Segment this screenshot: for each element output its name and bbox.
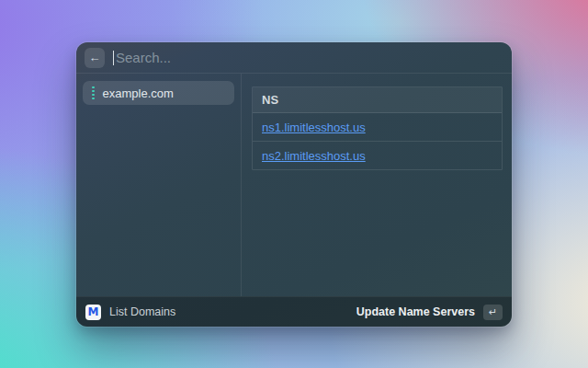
search-placeholder: Search... — [116, 50, 171, 65]
arrow-left-icon: ← — [89, 52, 101, 63]
domain-list-sidebar: example.com — [76, 74, 241, 296]
grip-icon — [92, 86, 95, 100]
command-title: List Domains — [109, 305, 175, 318]
detail-panel: NS ns1.limitlesshost.us ns2.limitlesshos… — [242, 74, 512, 296]
enter-keycap: ↵ — [483, 305, 503, 320]
sidebar-item-domain[interactable]: example.com — [83, 81, 234, 105]
primary-action-button[interactable]: Update Name Servers ↵ — [356, 305, 503, 320]
app-logo-icon: M — [85, 305, 101, 320]
action-bar: M List Domains Update Name Servers ↵ — [76, 296, 512, 327]
app-window: ← Search... example.com NS ns1.limitless… — [76, 42, 512, 327]
enter-key-icon: ↵ — [489, 307, 497, 317]
search-input[interactable]: Search... — [113, 42, 503, 73]
table-row: ns2.limitlesshost.us — [253, 142, 502, 169]
text-cursor — [113, 51, 114, 65]
table-header-ns: NS — [253, 87, 502, 113]
nameserver-link-1[interactable]: ns1.limitlesshost.us — [262, 121, 366, 134]
domain-name-label: example.com — [103, 86, 174, 100]
table-row: ns1.limitlesshost.us — [253, 113, 502, 142]
primary-action-label: Update Name Servers — [356, 305, 475, 318]
back-button[interactable]: ← — [85, 48, 105, 68]
nameserver-link-2[interactable]: ns2.limitlesshost.us — [262, 149, 366, 163]
nameserver-table: NS ns1.limitlesshost.us ns2.limitlesshos… — [252, 86, 503, 170]
footer-app-info: M List Domains — [85, 305, 175, 320]
window-body: example.com NS ns1.limitlesshost.us ns2.… — [76, 74, 512, 296]
search-bar: ← Search... — [76, 42, 512, 74]
